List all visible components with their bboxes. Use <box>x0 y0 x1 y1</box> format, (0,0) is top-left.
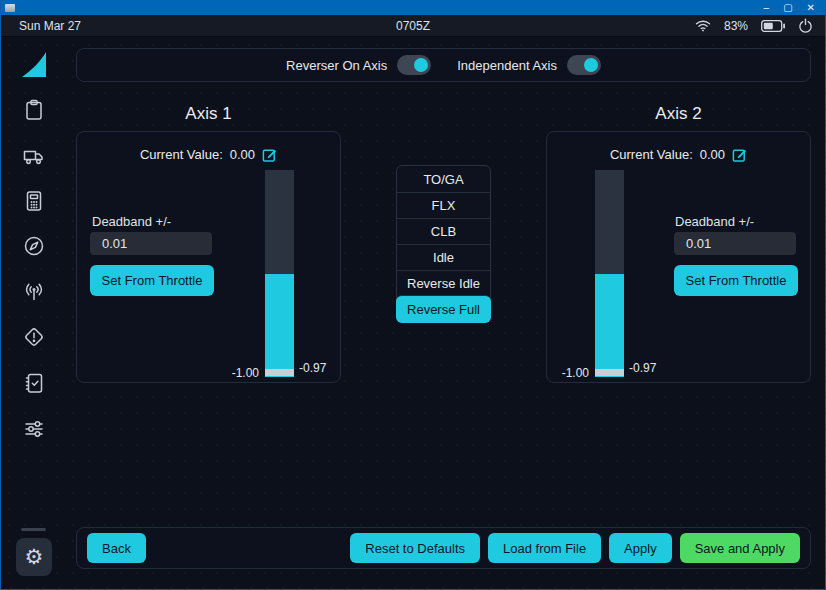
load-from-file-button[interactable]: Load from File <box>488 533 601 563</box>
axis1-deadband-label: Deadband +/- <box>92 214 171 229</box>
axis1-slider-handle-label: -0.97 <box>299 361 326 375</box>
axis1-title: Axis 1 <box>76 104 341 124</box>
independent-axis-label: Independent Axis <box>457 58 557 73</box>
axis2-deadband-label: Deadband +/- <box>675 214 754 229</box>
axis1-slider-low-label: -1.00 <box>207 366 259 380</box>
sidebar: ⚙ <box>1 37 66 590</box>
sidebar-item-truck[interactable] <box>1 144 66 168</box>
detent-reverse-idle[interactable]: Reverse Idle <box>397 270 490 296</box>
sidebar-item-sliders[interactable] <box>1 417 66 441</box>
sidebar-item-compass[interactable] <box>1 234 66 258</box>
axis1-current-value: 0.00 <box>230 147 255 162</box>
axis2-slider-handle[interactable] <box>595 369 624 376</box>
detent-clb[interactable]: CLB <box>397 218 490 244</box>
edit-icon[interactable] <box>262 147 277 162</box>
detent-idle[interactable]: Idle <box>397 244 490 270</box>
axis2-set-from-throttle-button[interactable]: Set From Throttle <box>674 265 798 296</box>
minimize-button[interactable]: – <box>764 0 770 15</box>
axis1-current-value-label: Current Value: <box>140 147 223 162</box>
detent-reverse-full[interactable]: Reverse Full <box>396 295 491 323</box>
sidebar-item-warning[interactable] <box>1 325 66 349</box>
axis2-slider-handle-label: -0.97 <box>629 361 656 375</box>
apply-button[interactable]: Apply <box>609 533 672 563</box>
sidebar-item-antenna[interactable] <box>1 279 66 303</box>
independent-axis-toggle[interactable] <box>567 55 601 75</box>
axis1-slider-track[interactable] <box>265 170 294 377</box>
detent-flx[interactable]: FLX <box>397 192 490 218</box>
wifi-icon <box>695 19 711 32</box>
axis2-slider-low-label: -1.00 <box>537 366 589 380</box>
sidebar-item-checklist[interactable] <box>1 371 66 395</box>
detent-toga[interactable]: TO/GA <box>397 166 490 192</box>
reverser-on-axis-label: Reverser On Axis <box>286 58 387 73</box>
maximize-button[interactable]: ▢ <box>783 0 792 15</box>
axis1-deadband-input[interactable] <box>90 232 212 255</box>
axis2-slider-track[interactable] <box>595 170 624 377</box>
axis2-current-value: 0.00 <box>700 147 725 162</box>
sidebar-divider <box>21 528 46 531</box>
airline-logo-icon <box>1 50 66 80</box>
toggle-panel: Reverser On Axis Independent Axis <box>76 48 811 82</box>
sidebar-item-settings[interactable]: ⚙ <box>16 538 52 576</box>
status-bar: Sun Mar 27 0705Z 83% <box>1 15 825 37</box>
battery-percent: 83% <box>724 19 748 33</box>
axis2-current-value-label: Current Value: <box>610 147 693 162</box>
sidebar-item-clipboard[interactable] <box>1 98 66 122</box>
battery-icon <box>761 20 785 32</box>
axis2-deadband-input[interactable] <box>674 232 796 255</box>
axis1-card: Current Value: 0.00 Deadband +/- Set Fro… <box>76 131 341 383</box>
axis2-card: Current Value: 0.00 Deadband +/- Set Fro… <box>546 131 811 383</box>
axis1-slider-fill <box>265 274 294 377</box>
save-and-apply-button[interactable]: Save and Apply <box>680 533 800 563</box>
edit-icon[interactable] <box>732 147 747 162</box>
close-button[interactable]: ✕ <box>807 0 815 15</box>
axis2-title: Axis 2 <box>546 104 811 124</box>
power-icon[interactable] <box>798 18 813 33</box>
app-window: – ▢ ✕ Sun Mar 27 0705Z 83% <box>0 0 826 590</box>
back-button[interactable]: Back <box>87 533 146 563</box>
axis1-set-from-throttle-button[interactable]: Set From Throttle <box>90 265 214 296</box>
axis1-slider-handle[interactable] <box>265 369 294 376</box>
toggle-knob <box>414 58 428 72</box>
footer-bar: Back Reset to Defaults Load from File Ap… <box>76 527 811 569</box>
sidebar-item-calculator[interactable] <box>1 189 66 213</box>
gear-icon: ⚙ <box>25 545 44 569</box>
toggle-knob <box>584 58 598 72</box>
detent-list: TO/GA FLX CLB Idle Reverse Idle Reverse … <box>396 165 491 323</box>
app-icon <box>5 4 15 12</box>
axis2-slider-fill <box>595 274 624 377</box>
reverser-on-axis-toggle[interactable] <box>397 55 431 75</box>
reset-to-defaults-button[interactable]: Reset to Defaults <box>350 533 480 563</box>
window-titlebar: – ▢ ✕ <box>1 0 825 15</box>
